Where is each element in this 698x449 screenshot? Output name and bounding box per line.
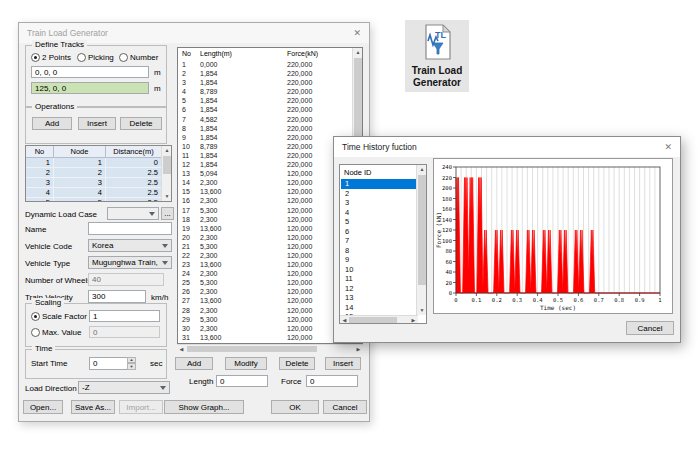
track-table-row[interactable]: 222.5: [26, 168, 171, 178]
track-table-row[interactable]: 110: [26, 158, 171, 168]
load-direction-select[interactable]: -Z: [78, 381, 170, 394]
radio-max-value[interactable]: [31, 328, 40, 337]
desktop-icon-train-load-generator[interactable]: TL Train Load Generator: [405, 20, 469, 92]
wheel-list-row[interactable]: 2313,600120,000: [178, 260, 352, 269]
vehicle-type-select[interactable]: Mugunghwa Train, 2: [88, 256, 172, 269]
wheel-list-row[interactable]: 2713,600120,000: [178, 296, 352, 305]
start-time-stepper[interactable]: ▲ ▼: [127, 357, 136, 370]
wheel-list-hscrollbar[interactable]: ◀ ▶: [177, 344, 363, 352]
track-delete-button[interactable]: Delete: [120, 117, 162, 130]
wheel-list-row[interactable]: 295,300120,000: [178, 315, 352, 324]
time-history-cancel-button[interactable]: Cancel: [626, 321, 674, 335]
wheel-list-row[interactable]: 162,300120,000: [178, 196, 352, 205]
node-id-item[interactable]: 5: [341, 217, 416, 227]
show-graph-button[interactable]: Show Graph...: [164, 400, 244, 414]
save-as-button[interactable]: Save As...: [71, 400, 115, 414]
radio-picking[interactable]: [77, 53, 86, 62]
cancel-button[interactable]: Cancel: [323, 400, 367, 414]
wheel-list-row[interactable]: 51,854220,000: [178, 96, 352, 105]
force-input[interactable]: [306, 375, 358, 387]
wheel-list-row[interactable]: 3113,600120,000: [178, 333, 352, 342]
node-id-item[interactable]: 3: [341, 198, 416, 208]
wheel-modify-button[interactable]: Modify: [225, 357, 267, 370]
node-id-item[interactable]: 11: [341, 274, 416, 284]
length-input[interactable]: [216, 375, 268, 387]
node-id-item[interactable]: 6: [341, 227, 416, 237]
name-input[interactable]: [88, 222, 172, 235]
scroll-up-icon[interactable]: ▲: [353, 48, 363, 57]
wheel-list-row[interactable]: 322,300120,000: [178, 342, 352, 343]
scrollbar-thumb[interactable]: [187, 346, 317, 352]
node-id-item[interactable]: 2: [341, 189, 416, 199]
scroll-left-icon[interactable]: ◀: [340, 316, 349, 324]
scrollbar-thumb[interactable]: [163, 156, 171, 174]
wheel-list-row[interactable]: 61,854220,000: [178, 105, 352, 114]
wheel-insert-button[interactable]: Insert: [325, 357, 361, 370]
node-list-hscrollbar[interactable]: ◀ ▶: [340, 315, 418, 323]
wheel-list-row[interactable]: 302,300120,000: [178, 324, 352, 333]
wheel-list-row[interactable]: 74,582220,000: [178, 115, 352, 124]
node-list-vscrollbar[interactable]: ▲ ▼: [416, 165, 426, 315]
close-icon[interactable]: ✕: [353, 29, 361, 38]
wheel-list-row[interactable]: 108,789220,000: [178, 142, 352, 151]
node-id-item[interactable]: 1: [341, 179, 416, 189]
scroll-left-icon[interactable]: ◀: [177, 345, 186, 353]
wheel-list-row[interactable]: 21,854220,000: [178, 69, 352, 78]
scroll-down-icon[interactable]: ▼: [417, 306, 427, 315]
wheel-list-row[interactable]: 215,300120,000: [178, 242, 352, 251]
wheel-list-row[interactable]: 31,854220,000: [178, 78, 352, 87]
dynamic-load-case-more-button[interactable]: ...: [161, 207, 174, 220]
wheel-list-row[interactable]: 91,854220,000: [178, 133, 352, 142]
scroll-right-icon[interactable]: ▶: [409, 316, 418, 324]
wheel-list-row[interactable]: 48,789220,000: [178, 87, 352, 96]
node-id-item[interactable]: 4: [341, 208, 416, 218]
wheel-list-row[interactable]: 10,000220,000: [178, 60, 352, 69]
track-point2-input[interactable]: [31, 82, 149, 94]
track-table-row[interactable]: 332.5: [26, 178, 171, 188]
wheel-list-row[interactable]: 1513,600120,000: [178, 187, 352, 196]
track-insert-button[interactable]: Insert: [78, 117, 116, 130]
ok-button[interactable]: OK: [271, 400, 319, 414]
wheel-list-row[interactable]: 121,854220,000: [178, 160, 352, 169]
spin-down-icon[interactable]: ▼: [127, 363, 136, 370]
dynamic-load-case-select[interactable]: [107, 207, 159, 220]
radio-number[interactable]: [119, 53, 128, 62]
wheel-list-row[interactable]: 1913,600120,000: [178, 224, 352, 233]
wheel-list-row[interactable]: 135,094120,000: [178, 169, 352, 178]
track-point1-input[interactable]: [31, 66, 149, 78]
scroll-right-icon[interactable]: ▶: [354, 345, 363, 353]
wheel-list-row[interactable]: 242,300120,000: [178, 269, 352, 278]
wheel-list-row[interactable]: 111,854220,000: [178, 151, 352, 160]
wheel-list-row[interactable]: 81,854220,000: [178, 124, 352, 133]
node-id-item[interactable]: 13: [341, 293, 416, 303]
wheel-add-button[interactable]: Add: [175, 357, 213, 370]
track-table-row[interactable]: 552.5: [26, 198, 171, 202]
wheel-list-row[interactable]: 255,300120,000: [178, 278, 352, 287]
radio-2-points[interactable]: [31, 53, 40, 62]
scroll-up-icon[interactable]: ▲: [162, 146, 172, 155]
track-table-row[interactable]: 442.5: [26, 188, 171, 198]
radio-scale-factor[interactable]: [31, 312, 40, 321]
node-id-item[interactable]: 10: [341, 265, 416, 275]
scrollbar-thumb[interactable]: [418, 175, 426, 285]
close-icon[interactable]: ✕: [664, 143, 672, 152]
scale-factor-input[interactable]: [89, 310, 160, 322]
node-id-item[interactable]: 14: [341, 303, 416, 313]
wheel-list-row[interactable]: 142,300120,000: [178, 178, 352, 187]
scrollbar-thumb[interactable]: [349, 317, 397, 323]
scroll-up-icon[interactable]: ▲: [417, 165, 427, 174]
track-table-scrollbar[interactable]: ▲ ▼: [161, 146, 171, 201]
vehicle-code-select[interactable]: Korea: [88, 239, 172, 252]
node-id-item[interactable]: 8: [341, 246, 416, 256]
node-id-item[interactable]: 7: [341, 236, 416, 246]
wheel-list-row[interactable]: 262,300120,000: [178, 287, 352, 296]
track-add-button[interactable]: Add: [32, 117, 72, 130]
node-id-item[interactable]: 12: [341, 284, 416, 294]
wheel-list-row[interactable]: 202,300120,000: [178, 233, 352, 242]
wheel-list-row[interactable]: 182,300120,000: [178, 215, 352, 224]
wheel-list-row[interactable]: 175,300120,000: [178, 206, 352, 215]
scroll-down-icon[interactable]: ▼: [162, 192, 172, 201]
wheel-delete-button[interactable]: Delete: [279, 357, 315, 370]
wheel-list-row[interactable]: 222,300120,000: [178, 251, 352, 260]
train-velocity-input[interactable]: [88, 290, 146, 303]
